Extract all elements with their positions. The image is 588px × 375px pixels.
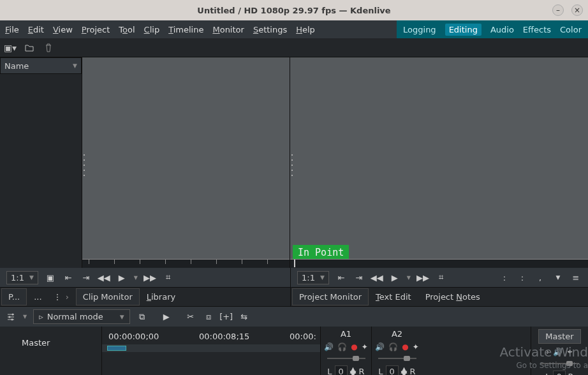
menu-tool[interactable]: Tool: [119, 25, 135, 34]
outpoint-icon[interactable]: ⇥: [353, 272, 365, 283]
add-clip-icon[interactable]: ▣▾: [5, 43, 15, 53]
stepper-icon[interactable]: ▲▼: [401, 368, 408, 376]
bin-header-label: Name: [4, 61, 29, 71]
bin-list[interactable]: [0, 74, 82, 268]
menu-clip[interactable]: Clip: [144, 25, 160, 34]
tab-more[interactable]: ...: [27, 288, 48, 305]
inpoint-icon[interactable]: ⇤: [335, 272, 347, 283]
menu-settings[interactable]: Settings: [253, 25, 287, 34]
tab-library[interactable]: Library: [140, 288, 182, 305]
headphones-icon[interactable]: 🎧: [388, 342, 398, 351]
play-icon[interactable]: ▶: [161, 311, 172, 323]
balance-slider[interactable]: [327, 355, 365, 362]
cut-icon[interactable]: ✂: [185, 311, 196, 323]
stepper-icon[interactable]: ▲▼: [350, 368, 356, 376]
tab-p[interactable]: P...: [1, 288, 27, 305]
balance-slider[interactable]: [541, 360, 579, 367]
mode-color[interactable]: Color: [560, 25, 582, 34]
zone-bar[interactable]: [107, 346, 126, 351]
insert-icon[interactable]: [+]: [221, 311, 232, 323]
fx-icon[interactable]: ✦: [566, 348, 573, 357]
grip-icon[interactable]: [52, 294, 63, 300]
menu-monitor[interactable]: Monitor: [212, 25, 244, 34]
r-label: R: [568, 372, 574, 375]
speaker-icon[interactable]: 🔊: [375, 342, 385, 351]
l-label: L: [378, 367, 383, 375]
panel-drag-icon[interactable]: [290, 152, 294, 178]
zoom-select[interactable]: 1:1▼: [297, 271, 329, 284]
r-label: R: [410, 367, 416, 375]
project-monitor-ruler[interactable]: [290, 259, 588, 268]
inpoint-icon[interactable]: ⇤: [62, 272, 74, 283]
overwrite-icon[interactable]: ⇆: [239, 311, 250, 323]
play-icon[interactable]: ▶: [389, 272, 401, 283]
speaker-icon[interactable]: 🔊: [324, 342, 334, 351]
edit-mode-label: Normal mode: [47, 312, 103, 321]
settings-icon[interactable]: [5, 311, 17, 323]
master-label[interactable]: Master: [0, 327, 101, 348]
project-monitor-view[interactable]: In Point: [290, 57, 588, 268]
mixer-master: Master › 🔊 ✦ L 0 R: [531, 327, 588, 375]
mode-effects[interactable]: Effects: [523, 25, 551, 34]
bin-header[interactable]: Name ▼: [0, 57, 82, 74]
menu-file[interactable]: File: [5, 25, 19, 34]
chevron-right-icon[interactable]: ›: [66, 292, 72, 302]
folder-icon[interactable]: [24, 43, 34, 53]
minimize-button[interactable]: –: [552, 4, 564, 16]
record-icon[interactable]: ●: [351, 342, 357, 351]
panel-drag-icon[interactable]: [82, 152, 86, 178]
project-bin: Name ▼: [0, 57, 82, 268]
chevron-right-icon[interactable]: ›: [547, 348, 550, 357]
headphones-icon[interactable]: 🎧: [337, 342, 347, 351]
timeline-ruler[interactable]: [102, 344, 320, 352]
balance-value[interactable]: 0: [335, 365, 348, 375]
fx-icon[interactable]: ✦: [413, 342, 419, 351]
tab-project-notes[interactable]: Project Notes: [418, 288, 487, 305]
rewind-icon[interactable]: ◀◀: [371, 272, 383, 283]
play-icon[interactable]: ▶: [116, 272, 128, 283]
menu-view[interactable]: View: [53, 25, 73, 34]
tab-clip-monitor[interactable]: Clip Monitor: [76, 288, 140, 305]
master-title: Master: [538, 329, 580, 344]
tab-text-edit[interactable]: Text Edit: [369, 288, 418, 305]
mode-bar: Logging Editing Audio Effects Color: [397, 20, 588, 38]
timeline-tracks[interactable]: 00:00:00;00 00:00:08;15 00:00:: [102, 327, 320, 375]
menu-timeline[interactable]: Timeline: [168, 25, 203, 34]
balance-slider[interactable]: [378, 355, 416, 362]
record-icon[interactable]: ●: [402, 342, 408, 351]
mode-editing[interactable]: Editing: [445, 24, 481, 36]
clip-monitor-view[interactable]: [82, 57, 290, 268]
mode-logging[interactable]: Logging: [403, 25, 436, 34]
crop-icon[interactable]: ⌗: [162, 272, 173, 283]
composite-icon[interactable]: ⧉: [136, 311, 148, 323]
svg-point-1: [9, 316, 11, 318]
left-tabs: P... ... › Clip Monitor Library: [0, 287, 290, 306]
rewind-icon[interactable]: ◀◀: [98, 272, 110, 283]
menu-project[interactable]: Project: [82, 25, 110, 34]
menu-edit[interactable]: Edit: [28, 25, 44, 34]
crop-icon[interactable]: ⌗: [435, 272, 446, 283]
speaker-icon[interactable]: 🔊: [553, 348, 562, 357]
mixer-channel-a2: A2 🔊 🎧 ● ✦ L 0 ▲▼ R: [371, 327, 422, 375]
mixer-panel: A1 🔊 🎧 ● ✦ L 0 ▲▼ R A2 🔊 🎧 ● ✦: [320, 327, 588, 375]
delete-icon[interactable]: [43, 43, 54, 53]
menu-help[interactable]: Help: [296, 25, 315, 34]
sort-icon[interactable]: ▼: [73, 62, 77, 69]
tab-project-monitor[interactable]: Project Monitor: [292, 288, 369, 305]
zoom-select[interactable]: 1:1▼: [6, 271, 38, 284]
menu-icon[interactable]: ≡: [570, 272, 582, 283]
mode-audio[interactable]: Audio: [490, 25, 514, 34]
forward-icon[interactable]: ▶▶: [417, 272, 429, 283]
fx-icon[interactable]: ✦: [362, 342, 368, 351]
clip-monitor-ruler[interactable]: [82, 259, 290, 268]
outpoint-icon[interactable]: ⇥: [80, 272, 92, 283]
balance-value[interactable]: 0: [553, 371, 566, 375]
close-button[interactable]: ×: [571, 4, 583, 16]
forward-icon[interactable]: ▶▶: [144, 272, 156, 283]
edit-mode-select[interactable]: ▹ Normal mode ▼: [33, 309, 130, 324]
balance-value[interactable]: 0: [386, 365, 399, 375]
link-icon[interactable]: ⧈: [203, 311, 214, 323]
timeline-toolbar: ▼ ▹ Normal mode ▼ ⧉ ▶ ✂ ⧈ [+] ⇆: [0, 306, 588, 327]
chevron-down-icon[interactable]: ▼: [552, 272, 564, 283]
deinterlace-icon[interactable]: ▣: [45, 272, 56, 283]
